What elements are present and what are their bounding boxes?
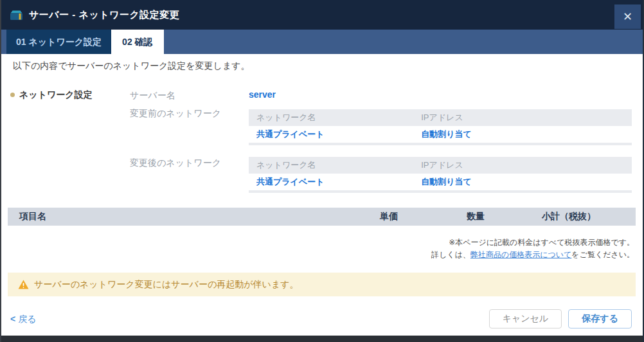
price-note-prefix: 詳しくは、	[431, 250, 470, 259]
label-network-after: 変更後のネットワーク	[130, 158, 221, 169]
network-table-before: ネットワーク名 IPアドレス 共通プライベート 自動割り当て	[249, 109, 632, 145]
network-name-value: 共通プライベート	[249, 176, 421, 188]
dialog-title: サーバー - ネットワーク設定変更	[29, 9, 179, 21]
col-item-name: 項目名	[8, 211, 301, 222]
save-button[interactable]: 保存する	[568, 309, 632, 328]
col-network-name: ネットワーク名	[249, 112, 421, 123]
pricing-table-header: 項目名 単価 数量 小計（税抜）	[8, 208, 636, 226]
col-network-name: ネットワーク名	[249, 159, 421, 171]
tab-network-settings[interactable]: 01 ネットワーク設定	[6, 30, 111, 54]
section-title: ネットワーク設定	[19, 89, 93, 100]
col-unit-price: 単価	[301, 211, 398, 222]
chevron-left-icon: <	[10, 314, 15, 324]
wizard-tabbar: 01 ネットワーク設定 02 確認	[1, 30, 643, 54]
ip-address-value: 自動割り当て	[421, 176, 632, 188]
back-label: 戻る	[18, 314, 36, 324]
price-note-suffix: をご覧ください。	[571, 250, 634, 259]
tab-confirm-label: 02 確認	[122, 37, 152, 47]
dialog-header: サーバー - ネットワーク設定変更 ✕	[1, 0, 643, 30]
tab-confirm[interactable]: 02 確認	[111, 30, 163, 54]
col-quantity: 数量	[398, 211, 485, 222]
footer-buttons: キャンセル 保存する	[489, 309, 632, 328]
price-display-link[interactable]: 弊社商品の価格表示について	[470, 250, 571, 259]
section-network-settings: ネットワーク設定	[10, 89, 93, 101]
restart-warning-banner: サーバーのネットワーク変更にはサーバーの再起動が伴います。	[8, 273, 636, 296]
warning-icon	[18, 280, 29, 289]
section-bullet-icon	[10, 93, 15, 97]
server-icon	[9, 10, 24, 21]
close-button[interactable]: ✕	[614, 4, 641, 29]
ip-address-value: 自動割り当て	[421, 129, 632, 140]
network-change-dialog: サーバー - ネットワーク設定変更 ✕ 01 ネットワーク設定 02 確認 以下…	[0, 0, 644, 342]
table-row: 共通プライベート 自動割り当て	[249, 174, 632, 190]
price-notes: ※本ページに記載の料金はすべて税抜表示価格です。 詳しくは、弊社商品の価格表示に…	[431, 237, 634, 261]
network-table-after: ネットワーク名 IPアドレス 共通プライベート 自動割り当て	[249, 157, 632, 193]
col-subtotal: 小計（税抜）	[485, 211, 636, 222]
price-note-line1: ※本ページに記載の料金はすべて税抜表示価格です。	[431, 237, 634, 249]
label-network-before: 変更前のネットワーク	[130, 108, 221, 120]
network-table-before-header: ネットワーク名 IPアドレス	[249, 109, 632, 126]
col-ip-address: IPアドレス	[421, 159, 632, 171]
network-name-value: 共通プライベート	[249, 129, 421, 140]
restart-warning-text: サーバーのネットワーク変更にはサーバーの再起動が伴います。	[34, 279, 299, 291]
network-table-after-header: ネットワーク名 IPアドレス	[249, 157, 632, 174]
bottom-bar	[0, 336, 644, 342]
label-server-name: サーバー名	[130, 90, 175, 102]
col-ip-address: IPアドレス	[421, 112, 632, 123]
tab-network-settings-label: 01 ネットワーク設定	[16, 37, 102, 47]
cancel-button[interactable]: キャンセル	[489, 309, 562, 328]
server-name-value: server	[249, 89, 276, 100]
back-link[interactable]: <戻る	[10, 314, 37, 325]
table-row: 共通プライベート 自動割り当て	[249, 126, 632, 143]
price-note-line2: 詳しくは、弊社商品の価格表示についてをご覧ください。	[431, 249, 634, 261]
close-icon: ✕	[623, 10, 632, 24]
intro-text: 以下の内容でサーバーのネットワーク設定を変更します。	[13, 60, 250, 72]
